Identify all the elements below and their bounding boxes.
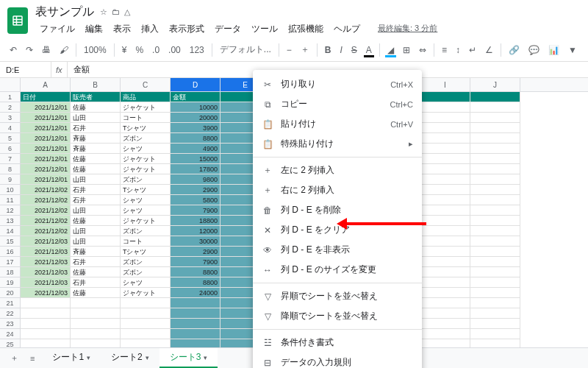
cell[interactable]: 山田 [71, 226, 121, 236]
cell[interactable] [21, 308, 71, 319]
cell[interactable]: ズボン [121, 257, 171, 267]
link-button[interactable]: 🔗 [505, 43, 523, 57]
context-menu-item[interactable]: 📋貼り付けCtrl+V [253, 114, 422, 134]
cell[interactable]: 佐藤 [71, 267, 121, 277]
cell[interactable]: Tシャツ [121, 123, 171, 133]
row-header[interactable]: 8 [0, 164, 21, 174]
cell[interactable]: 斉藤 [71, 247, 121, 257]
cell[interactable] [420, 92, 470, 102]
cell[interactable] [470, 288, 520, 298]
cell[interactable] [121, 319, 171, 329]
cell[interactable]: 24000 [171, 288, 220, 298]
row-header[interactable]: 13 [0, 216, 21, 226]
cell[interactable] [470, 164, 520, 174]
row-header[interactable]: 4 [0, 123, 21, 133]
menu-データ[interactable]: データ [210, 21, 245, 37]
row-header[interactable]: 9 [0, 174, 21, 185]
context-menu-item[interactable]: ✂切り取りCtrl+X [253, 74, 422, 94]
cell[interactable]: 2900 [171, 185, 220, 195]
cell[interactable]: 8800 [171, 267, 220, 277]
cell[interactable] [420, 298, 470, 308]
cell[interactable] [420, 329, 470, 339]
cell[interactable]: 8800 [171, 277, 220, 288]
cell[interactable] [470, 144, 520, 154]
italic-button[interactable]: I [337, 43, 346, 57]
cloud-icon[interactable]: △ [124, 7, 130, 17]
cell[interactable]: 9800 [171, 174, 220, 185]
font-size-dec[interactable]: − [283, 43, 295, 57]
rotate-button[interactable]: ∠ [481, 43, 497, 57]
row-header[interactable]: 2 [0, 102, 21, 113]
wrap-button[interactable]: ↵ [465, 43, 480, 57]
currency-button[interactable]: ¥ [118, 43, 131, 57]
valign-button[interactable]: ↕ [452, 43, 464, 57]
text-color-button[interactable]: A [362, 43, 376, 57]
cell[interactable]: コート [121, 113, 171, 123]
row-header[interactable]: 20 [0, 288, 21, 298]
context-menu-item[interactable]: ↔列 D - E のサイズを変更 [253, 260, 422, 280]
cell[interactable]: 商品 [121, 92, 171, 102]
menu-編集[interactable]: 編集 [81, 21, 107, 37]
font-select[interactable]: デフォルト... [216, 41, 275, 58]
cell[interactable]: 2021/12/01 [21, 164, 71, 174]
cell[interactable]: 5800 [171, 195, 220, 205]
filter-button[interactable]: ▼ [564, 43, 581, 57]
cell[interactable] [420, 195, 470, 205]
cell[interactable] [171, 308, 220, 319]
col-header-C[interactable]: C [121, 78, 171, 91]
cell[interactable] [420, 102, 470, 113]
row-header[interactable]: 6 [0, 144, 21, 154]
cell[interactable]: 石井 [71, 277, 121, 288]
cell[interactable]: 2021/12/01 [21, 154, 71, 164]
cell[interactable]: 30000 [171, 236, 220, 247]
cell[interactable] [470, 102, 520, 113]
menu-拡張機能[interactable]: 拡張機能 [284, 21, 328, 37]
cell[interactable] [71, 329, 121, 339]
cell[interactable]: ジャケット [121, 216, 171, 226]
row-header[interactable]: 24 [0, 329, 21, 339]
cell[interactable]: 佐藤 [71, 216, 121, 226]
cell[interactable]: 佐藤 [71, 102, 121, 113]
col-header-D[interactable]: D [171, 78, 220, 91]
zoom-select[interactable]: 100% [80, 43, 110, 57]
context-menu-item[interactable]: ▽昇順でシートを並べ替え [253, 286, 422, 306]
cell[interactable] [420, 247, 470, 257]
row-header[interactable]: 17 [0, 257, 21, 267]
cell[interactable] [470, 247, 520, 257]
fill-color-button[interactable]: ◢ [384, 43, 398, 57]
cell[interactable] [470, 154, 520, 164]
print-button[interactable]: 🖶 [38, 43, 54, 57]
cell[interactable]: 販売者 [71, 92, 121, 102]
cell[interactable] [121, 329, 171, 339]
add-sheet-button[interactable]: ＋ [6, 350, 23, 367]
cell[interactable]: 山田 [71, 113, 121, 123]
row-header[interactable]: 5 [0, 133, 21, 144]
cell[interactable]: ジャケット [121, 154, 171, 164]
cell[interactable] [171, 298, 220, 308]
cell[interactable] [21, 298, 71, 308]
cell[interactable]: 2900 [171, 247, 220, 257]
cell[interactable]: ズボン [121, 267, 171, 277]
cell[interactable] [420, 319, 470, 329]
cell[interactable] [470, 174, 520, 185]
context-menu-item[interactable]: 📋特殊貼り付け▸ [253, 134, 422, 154]
dec-inc-button[interactable]: .00 [165, 43, 184, 57]
move-icon[interactable]: 🗀 [112, 7, 120, 17]
cell[interactable]: 2021/12/02 [21, 205, 71, 216]
row-header[interactable]: 12 [0, 205, 21, 216]
cell[interactable]: 佐藤 [71, 164, 121, 174]
cell[interactable]: 7900 [171, 257, 220, 267]
row-header[interactable]: 15 [0, 236, 21, 247]
cell[interactable]: 2021/12/02 [21, 226, 71, 236]
row-header[interactable]: 19 [0, 277, 21, 288]
cell[interactable] [470, 185, 520, 195]
cell[interactable]: シャツ [121, 277, 171, 288]
sheet-tab[interactable]: シート1▾ [42, 348, 101, 368]
cell[interactable]: ジャケット [121, 102, 171, 113]
cell[interactable] [470, 298, 520, 308]
context-menu-item[interactable]: ＋左に 2 列挿入 [253, 160, 422, 180]
chart-button[interactable]: 📊 [545, 43, 563, 57]
cell[interactable]: 2021/12/02 [21, 185, 71, 195]
cell[interactable]: 山田 [71, 174, 121, 185]
cell[interactable]: 石井 [71, 185, 121, 195]
